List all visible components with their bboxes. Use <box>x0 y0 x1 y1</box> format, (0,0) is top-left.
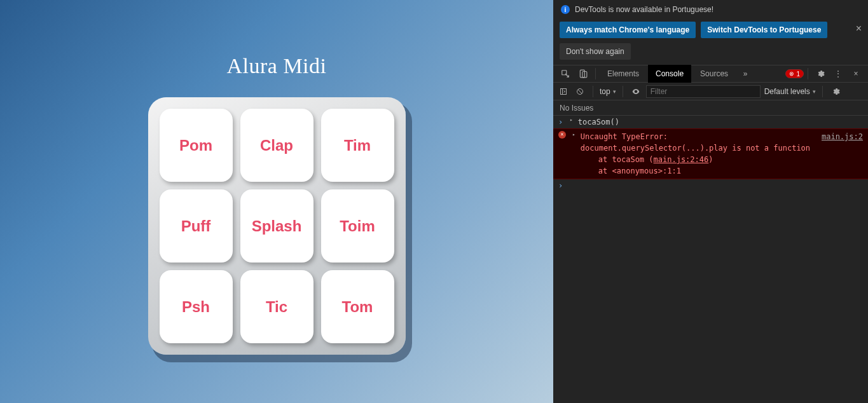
pad-psh[interactable]: Psh <box>160 270 233 343</box>
issues-bar[interactable]: No Issues <box>553 100 868 116</box>
console-settings-gear-icon[interactable] <box>829 85 842 98</box>
clear-console-icon[interactable] <box>574 85 586 98</box>
console-body[interactable]: › ▸ tocaSom() × ▸ Uncaught TypeError: do… <box>553 116 868 403</box>
expand-triangle-icon[interactable]: ▸ <box>572 131 575 139</box>
pad-pom[interactable]: Pom <box>160 109 233 182</box>
chevron-right-icon: › <box>558 116 566 128</box>
devtools-panel: i DevTools is now available in Portugues… <box>553 0 868 403</box>
close-icon[interactable]: × <box>856 23 862 34</box>
tab-elements[interactable]: Elements <box>600 65 647 83</box>
expand-triangle-icon[interactable]: ▸ <box>570 116 573 124</box>
pad-tic[interactable]: Tic <box>240 270 313 343</box>
pad-toim[interactable]: Toim <box>321 189 394 263</box>
pad-puff[interactable]: Puff <box>160 189 233 263</box>
more-tabs-icon[interactable]: » <box>737 65 754 82</box>
execution-context-dropdown[interactable]: top <box>600 87 616 96</box>
pad-tom[interactable]: Tom <box>321 270 394 343</box>
log-levels-dropdown[interactable]: Default levels <box>764 87 816 96</box>
error-stack-line-2: at <anonymous>:1:1 <box>581 165 863 177</box>
stack-source-link[interactable]: main.js:2:46 <box>654 155 709 164</box>
error-message: Uncaught TypeError: document.querySelect… <box>581 131 814 154</box>
notice-secondary: Don't show again <box>553 43 868 65</box>
tab-sources[interactable]: Sources <box>692 65 736 83</box>
devtools-toolbar: Elements Console Sources » 1 ⋮ × <box>553 65 868 83</box>
console-error-row: × ▸ Uncaught TypeError: document.querySe… <box>553 128 868 179</box>
error-source-link[interactable]: main.js:2 <box>814 131 863 154</box>
chevron-right-icon: › <box>558 180 566 191</box>
device-toggle-icon[interactable] <box>575 65 591 82</box>
error-icon: × <box>558 131 566 139</box>
kebab-menu-icon[interactable]: ⋮ <box>830 65 846 82</box>
pad-splash[interactable]: Splash <box>240 189 313 263</box>
error-count-badge[interactable]: 1 <box>785 69 804 78</box>
console-sidebar-toggle-icon[interactable] <box>557 85 570 98</box>
console-prompt[interactable]: › <box>553 179 868 192</box>
console-input-text: tocaSom() <box>578 116 619 128</box>
filter-input[interactable] <box>646 85 761 98</box>
issues-label: No Issues <box>560 104 593 113</box>
close-devtools-icon[interactable]: × <box>848 65 864 82</box>
notice-text: DevTools is now available in Portuguese! <box>575 5 713 14</box>
pad-tim[interactable]: Tim <box>321 109 394 182</box>
notice-actions: Always match Chrome's language Switch De… <box>553 19 868 43</box>
match-chrome-language-button[interactable]: Always match Chrome's language <box>560 22 696 38</box>
notice-bar: i DevTools is now available in Portugues… <box>553 0 868 19</box>
app-area: Alura Midi Pom Clap Tim Puff Splash Toim… <box>0 0 553 403</box>
pad-grid: Pom Clap Tim Puff Splash Toim Psh Tic To… <box>148 97 406 355</box>
pad-clap[interactable]: Clap <box>240 109 313 182</box>
inspect-element-icon[interactable] <box>557 65 574 82</box>
dont-show-again-button[interactable]: Don't show again <box>560 43 631 60</box>
switch-to-portuguese-button[interactable]: Switch DevTools to Portuguese <box>701 22 827 38</box>
app-title: Alura Midi <box>226 54 326 78</box>
error-stack-line-1: at tocaSom (main.js:2:46) <box>581 154 863 165</box>
tab-console[interactable]: Console <box>648 65 691 83</box>
console-input-echo: › ▸ tocaSom() <box>553 116 868 128</box>
live-expression-icon[interactable] <box>630 85 642 98</box>
info-icon: i <box>561 5 570 14</box>
settings-gear-icon[interactable] <box>812 65 829 82</box>
console-subtoolbar: top Default levels <box>553 83 868 100</box>
